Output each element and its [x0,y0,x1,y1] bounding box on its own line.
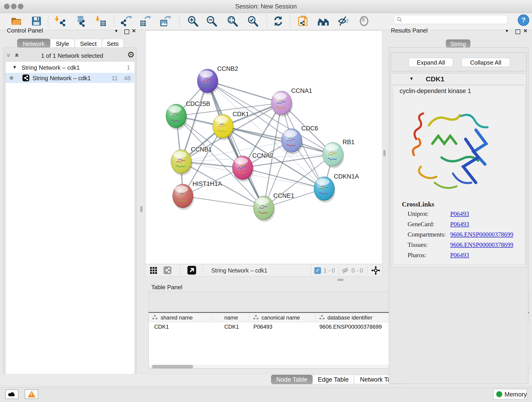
network-node-CCNE1[interactable] [253,196,275,222]
cloud-status-button[interactable] [5,389,19,399]
memory-status-dot [496,391,502,397]
detach-view-icon[interactable] [187,266,196,274]
column-resize-handle[interactable] [315,313,316,321]
network-node-RB1[interactable] [323,142,344,168]
save-session-button[interactable] [30,15,43,27]
network-node-CDK1[interactable] [213,114,234,140]
zoom-selected-button[interactable] [247,15,259,27]
network-node-CCNB1[interactable] [171,150,192,176]
warning-status-button[interactable] [25,389,38,399]
collapse-all-button[interactable]: Collapse All [462,58,510,67]
network-node-CCNB2[interactable] [197,69,219,95]
network-node-CCNA1[interactable] [271,91,293,117]
node-label-CDC25B: CDC25B [186,100,210,107]
refresh-button[interactable] [272,15,284,27]
control-panel-float-icon[interactable] [124,29,129,34]
control-panel-close-icon[interactable]: ✕ [132,28,136,34]
tab-node-table[interactable]: Node Table [271,375,312,384]
right-splitter-handle[interactable] [383,150,386,156]
network-collection-row[interactable]: ▼ String Network – cdk1 1 [6,63,134,73]
selected-counts: 1 - 0 [323,267,335,274]
horizontal-splitter-handle[interactable] [337,279,344,281]
results-panel-float-icon[interactable] [515,29,520,34]
control-panel-menu-caret[interactable]: ▾ [115,28,118,34]
column-type-icon [253,315,259,319]
selected-checkbox[interactable]: ✓ [314,267,321,274]
search-input[interactable] [404,16,505,23]
export-table-button[interactable] [139,15,152,27]
collapse-all-icon[interactable]: » [5,53,13,57]
crosslinks-title: CrossLinks [402,201,434,208]
network-view-share-icon[interactable] [164,266,171,274]
results-panel-menu-caret[interactable]: ▾ [506,28,508,34]
import-network-from-database-button[interactable] [73,15,86,27]
expand-all-button[interactable]: Expand All [409,58,453,67]
node-section-header[interactable]: ▼ CDK1 [391,73,526,85]
network-node-HIST1H1A[interactable] [172,184,194,210]
crosslink-tissues[interactable]: 9606.ENSP00000378699 [450,241,513,249]
control-panel-title: Control Panel [7,27,43,34]
zoom-fit-button[interactable] [226,15,239,27]
help-button[interactable]: ? [518,14,529,26]
memory-button[interactable]: Memory [493,389,527,400]
home-button[interactable] [317,15,329,27]
crosslink-pharos[interactable]: P06493 [450,252,469,259]
tab-style[interactable]: Style [50,39,75,48]
table-hscrollbar-thumb[interactable] [152,365,193,368]
tab-select[interactable]: Select [75,39,102,48]
export-network-button[interactable] [120,15,133,27]
column-header[interactable]: database identifier [327,314,372,321]
results-panel-close-icon[interactable]: ✕ [523,28,527,34]
left-splitter-handle[interactable] [140,206,143,212]
show-hidden-button[interactable] [358,15,370,27]
cell-database-identifier: 9606.ENSP00000378699 [319,324,382,330]
save-icon [31,15,42,27]
hide-selected-button[interactable] [337,15,349,27]
network-node-CDC25B[interactable] [166,104,187,130]
export-image-button[interactable] [159,15,172,27]
network-view-title: String Network – cdk1 [211,267,267,274]
open-session-button[interactable] [10,15,22,27]
crosslink-label: GeneCard: [408,221,434,228]
node-label-CCNE1: CCNE1 [273,192,294,199]
node-label-CCNB1: CCNB1 [191,146,212,153]
network-node-CDC6[interactable] [281,128,303,154]
zoom-out-button[interactable] [205,15,218,27]
share-document-button[interactable] [298,15,310,27]
network-edge-count: 48 [124,75,131,82]
view-toolbar-separator [339,266,339,275]
expand-all-icon[interactable]: » [12,53,20,57]
export-network-icon [120,15,133,27]
node-section: ▼ CDK1 cyclin-dependent kinase 1 [391,73,526,268]
column-resize-handle[interactable] [249,313,249,321]
tab-sets[interactable]: Sets [102,39,123,48]
import-table-button[interactable] [94,15,107,27]
node-label-RB1: RB1 [342,139,355,146]
crosslink-genecard[interactable]: P06493 [450,221,469,228]
crosslink-uniprot[interactable]: P06493 [450,211,469,217]
tab-network[interactable]: Network [17,39,50,48]
network-row[interactable]: String Network – cdk1 11 48 [6,73,134,83]
network-node-CDKN1A[interactable] [314,177,336,203]
network-options-gear-icon[interactable]: ⚙ [127,50,134,60]
node-label-CDC6: CDC6 [301,125,318,132]
column-header[interactable]: canonical name [261,314,300,321]
import-network-button[interactable] [53,15,66,27]
section-collapse-caret[interactable]: ▼ [409,76,414,81]
zoom-in-button[interactable] [186,15,199,27]
network-graph[interactable]: CCNB2CCNA1CDC25BCDK1CDC6RB1CCNB1CCNA2CDK… [146,31,382,264]
column-resize-handle[interactable] [211,313,212,321]
cell-name: CDK1 [224,324,239,330]
tab-string[interactable]: String [446,39,470,48]
refresh-icon [272,15,284,27]
grid-view-icon[interactable] [150,267,157,274]
network-canvas[interactable]: CCNB2CCNA1CDC25BCDK1CDC6RB1CCNB1CCNA2CDK… [146,31,382,264]
pan-crosshair-icon[interactable] [371,266,380,275]
column-header[interactable]: shared name [161,314,193,321]
crosslink-compartments[interactable]: 9606.ENSP00000378699 [450,231,513,238]
crosslink-label: Tissues: [408,241,428,249]
column-header[interactable]: name [224,314,238,321]
tree-expander-icon[interactable]: ▼ [12,65,17,70]
tab-edge-table[interactable]: Edge Table [312,375,354,384]
eye-slash-icon [337,15,349,27]
